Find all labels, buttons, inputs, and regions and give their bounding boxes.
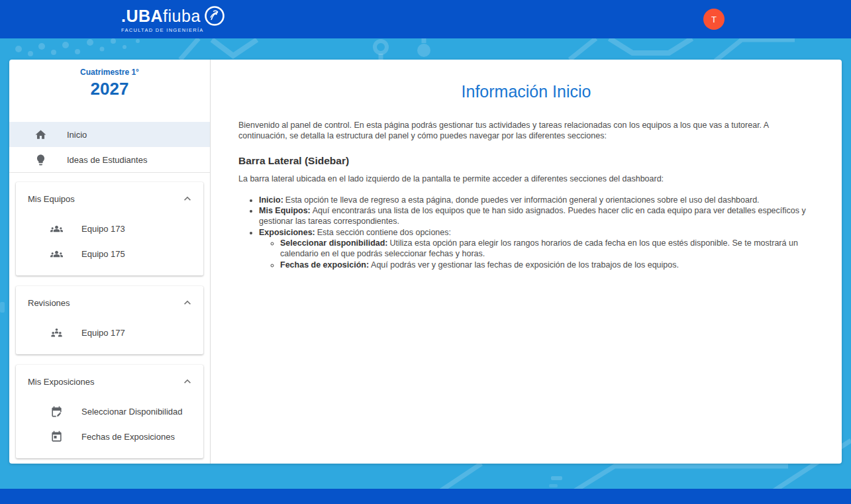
sidebar: Cuatrimestre 1° 2027 Inicio Ideas de Est…: [9, 60, 211, 464]
main-content: Información Inicio Bienvenido al panel d…: [211, 60, 842, 464]
list-item-text: Esta sección contiene dos opciones:: [317, 228, 451, 237]
logo-uba-text: .UBA: [121, 7, 163, 26]
chevron-up-icon: [181, 296, 194, 309]
sidebar-item-label: Seleccionar Disponibilidad: [81, 407, 182, 417]
sidebar-item-seleccionar-disponibilidad[interactable]: Seleccionar Disponibilidad: [16, 399, 203, 424]
list-item-label: Inicio:: [259, 195, 283, 205]
list-item-fechas-de-exposicion: Fechas de exposición:Aquí podrás ver y g…: [280, 260, 814, 270]
sidebar-item-ideas-de-estudiantes[interactable]: Ideas de Estudiantes: [9, 147, 210, 172]
logo-fiuba-text: fiuba: [163, 7, 201, 26]
chevron-up-icon: [181, 192, 194, 205]
section-revisiones: Revisiones Equipo 177: [16, 286, 203, 354]
section-title: Mis Equipos: [28, 194, 75, 204]
footer-bar: [0, 489, 851, 504]
section-items: Equipo 173 Equipo 175: [16, 209, 203, 276]
list-item-label: Fechas de exposición:: [280, 260, 369, 270]
logo-wordmark: .UBA fiuba: [121, 5, 228, 26]
sidebar-item-label: Ideas de Estudiantes: [67, 155, 147, 165]
section-mis-equipos: Mis Equipos Equipo 173 Equipo 175: [16, 182, 203, 276]
list-item-label: Mis Equipos:: [259, 206, 311, 215]
sidebar-section-heading: Barra Lateral (Sidebar): [238, 155, 814, 167]
sidebar-item-inicio[interactable]: Inicio: [9, 122, 210, 147]
list-item-text: Esta opción te lleva de regreso a esta p…: [285, 195, 760, 205]
sidebar-nav: Inicio Ideas de Estudiantes: [9, 122, 210, 173]
page-title: Información Inicio: [238, 82, 814, 101]
term-label: Cuatrimestre 1°: [9, 68, 210, 77]
sidebar-section-intro: La barra lateral ubicada en el lado izqu…: [238, 174, 814, 184]
uba-crest-icon: [204, 5, 225, 26]
chevron-up-icon: [181, 375, 194, 388]
intro-paragraph: Bienvenido al panel de control. En esta …: [238, 120, 814, 142]
event-icon: [50, 430, 63, 443]
logo-subtitle: FACULTAD DE INGENIERÍA: [121, 27, 228, 33]
sidebar-item-label: Equipo 173: [81, 224, 125, 234]
avatar-initial: T: [711, 15, 717, 25]
section-title: Revisiones: [28, 298, 70, 308]
sidebar-item-equipo-175[interactable]: Equipo 175: [16, 241, 203, 266]
section-mis-equipos-toggle[interactable]: Mis Equipos: [16, 182, 203, 209]
groups-icon: [50, 223, 63, 235]
diversity-icon: [50, 327, 63, 339]
sidebar-item-label: Equipo 175: [81, 249, 125, 259]
sidebar-item-equipo-177[interactable]: Equipo 177: [16, 320, 203, 345]
sections-list: Inicio:Esta opción te lleva de regreso a…: [238, 195, 814, 270]
list-item-text: Aquí encontrarás una lista de los equipo…: [259, 206, 806, 226]
sidebar-item-label: Equipo 177: [81, 328, 125, 338]
sidebar-item-equipo-173[interactable]: Equipo 173: [16, 216, 203, 241]
sidebar-item-label: Inicio: [67, 130, 87, 140]
exposiciones-sublist: Seleccionar disponibilidad:Utiliza esta …: [259, 238, 814, 270]
user-avatar-button[interactable]: T: [703, 9, 725, 30]
uba-fiuba-logo[interactable]: .UBA fiuba FACULTAD DE INGENIERÍA: [121, 5, 228, 33]
home-icon: [34, 128, 47, 141]
lightbulb-icon: [34, 154, 47, 166]
section-items: Seleccionar Disponibilidad Fechas de Exp…: [16, 392, 203, 458]
list-item-seleccionar-disponibilidad: Seleccionar disponibilidad:Utiliza esta …: [280, 238, 814, 260]
section-items: Equipo 177: [16, 313, 203, 354]
list-item-mis-equipos: Mis Equipos:Aquí encontrarás una lista d…: [259, 205, 814, 227]
year-label: 2027: [9, 79, 210, 99]
list-item-label: Seleccionar disponibilidad:: [280, 238, 388, 248]
groups-icon: [50, 248, 63, 260]
list-item-text: Aquí podrás ver y gestionar las fechas d…: [371, 260, 679, 270]
list-item-exposiciones: Exposiciones:Esta sección contiene dos o…: [259, 227, 814, 270]
section-revisiones-toggle[interactable]: Revisiones: [16, 286, 203, 313]
app-header: .UBA fiuba FACULTAD DE INGENIERÍA T: [0, 0, 851, 38]
sidebar-item-fechas-de-exposiciones[interactable]: Fechas de Exposiciones: [16, 424, 203, 449]
edit-calendar-icon: [50, 405, 63, 418]
list-item-label: Exposiciones:: [259, 228, 315, 237]
section-mis-exposiciones: Mis Exposiciones Seleccionar Disponibili…: [16, 365, 203, 458]
dashboard-panel: Cuatrimestre 1° 2027 Inicio Ideas de Est…: [9, 60, 842, 464]
section-title: Mis Exposiciones: [28, 377, 94, 387]
sidebar-item-label: Fechas de Exposiciones: [81, 432, 175, 442]
list-item-inicio: Inicio:Esta opción te lleva de regreso a…: [259, 195, 814, 205]
section-mis-exposiciones-toggle[interactable]: Mis Exposiciones: [16, 365, 203, 392]
